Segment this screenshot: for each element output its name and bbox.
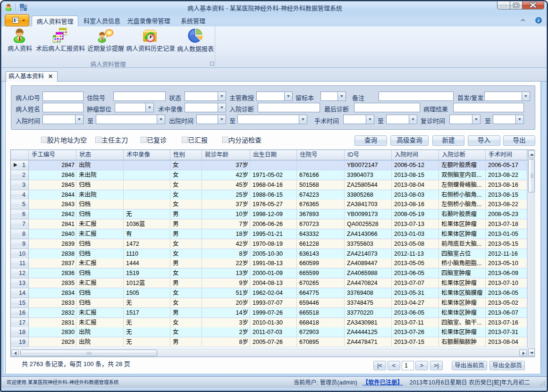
svg-text:i: i — [538, 18, 540, 23]
